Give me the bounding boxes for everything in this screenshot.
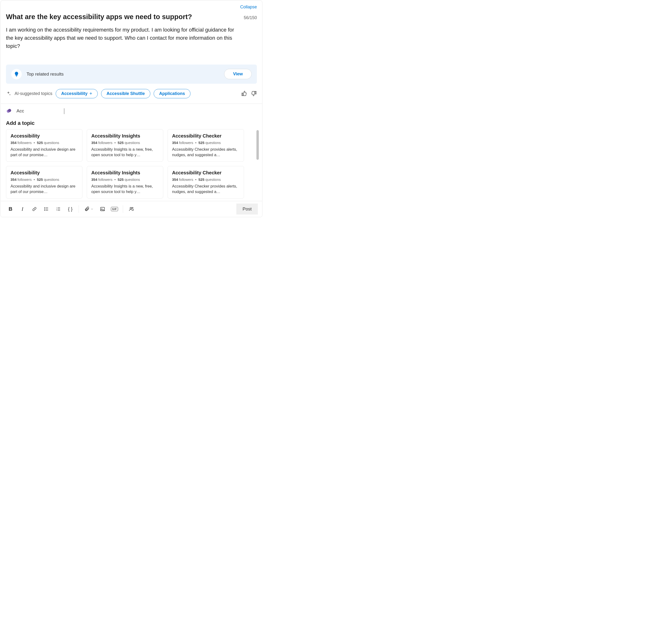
topic-card[interactable]: Accessibility Insights354 followers • 52…: [87, 129, 163, 162]
related-results-card: Top related results View: [6, 65, 257, 84]
topic-card-meta: 354 followers • 525 questions: [172, 177, 239, 181]
add-people-button[interactable]: [126, 204, 137, 214]
numbered-list-button[interactable]: 123: [53, 204, 64, 214]
topic-card-desc: Accessibility Checker provides alerts, n…: [172, 147, 239, 158]
ai-suggested-label: AI-suggested topics: [15, 91, 52, 96]
topic-card-meta: 354 followers • 525 questions: [11, 141, 78, 145]
svg-point-7: [44, 210, 45, 211]
add-topic-heading: Add a topic: [1, 114, 262, 129]
topic-card-title: Accessibility Insights: [91, 170, 159, 176]
topic-input-row: Acc: [1, 104, 262, 114]
svg-point-17: [132, 207, 133, 208]
ai-topic-chip[interactable]: Accessible Shuttle: [101, 89, 150, 98]
topic-card[interactable]: Accessibility Checker354 followers • 525…: [168, 129, 244, 162]
svg-point-1: [8, 109, 11, 112]
image-button[interactable]: [97, 204, 108, 214]
question-body[interactable]: I am working on the accessibility requir…: [1, 22, 244, 50]
topic-card-title: Accessibility: [11, 133, 78, 139]
thumbs-down-icon[interactable]: [251, 91, 257, 96]
topic-card[interactable]: Accessibility354 followers • 525 questio…: [6, 129, 82, 162]
plus-icon: +: [89, 91, 92, 96]
gif-button[interactable]: GIF: [109, 204, 120, 214]
topic-card[interactable]: Accessibility354 followers • 525 questio…: [6, 166, 82, 199]
svg-point-6: [44, 209, 45, 209]
topic-card-desc: Accessibility and inclusive design are p…: [11, 147, 78, 158]
topic-card[interactable]: Accessibility Checker354 followers • 525…: [168, 166, 244, 199]
ai-feedback: [241, 91, 257, 96]
topic-card-desc: Accessibility and inclusive design are p…: [11, 183, 78, 194]
svg-text:3: 3: [56, 210, 57, 211]
svg-point-15: [101, 208, 102, 209]
topic-card[interactable]: Accessibility Insights354 followers • 52…: [87, 166, 163, 199]
topic-card-desc: Accessibility Insights is a new, free, o…: [91, 183, 159, 194]
topic-tags-icon: [6, 108, 12, 114]
topic-card-title: Accessibility Insights: [91, 133, 159, 139]
topic-cards-scroll[interactable]: Accessibility354 followers • 525 questio…: [1, 129, 262, 201]
top-row: Collapse: [1, 1, 262, 10]
topic-search-input[interactable]: Acc: [16, 108, 64, 114]
ai-suggested-row: AI-suggested topics Accessibility + Acce…: [1, 84, 262, 104]
lightbulb-icon: [11, 69, 22, 79]
view-related-button[interactable]: View: [224, 69, 252, 79]
thumbs-up-icon[interactable]: [241, 91, 247, 96]
char-counter: 56/150: [244, 15, 257, 20]
header-row: What are the key accessibility apps we n…: [1, 10, 262, 22]
scrollbar-thumb[interactable]: [256, 130, 259, 160]
code-block-button[interactable]: { }: [65, 204, 76, 214]
topic-card-desc: Accessibility Checker provides alerts, n…: [172, 183, 239, 194]
compose-window: Collapse What are the key accessibility …: [0, 0, 262, 217]
question-title[interactable]: What are the key accessibility apps we n…: [6, 12, 238, 22]
topic-card-title: Accessibility Checker: [172, 133, 239, 139]
editor-toolbar: B I 123 { } GIF Post: [1, 201, 262, 217]
attachment-button[interactable]: [82, 204, 96, 214]
ai-topic-chip[interactable]: Applications: [154, 89, 191, 98]
sparkle-icon: [6, 91, 11, 96]
topic-card-title: Accessibility Checker: [172, 170, 239, 176]
topic-card-meta: 354 followers • 525 questions: [91, 177, 159, 181]
bold-button[interactable]: B: [5, 204, 16, 214]
topic-card-title: Accessibility: [11, 170, 78, 176]
svg-point-5: [44, 208, 45, 208]
link-button[interactable]: [29, 204, 40, 214]
svg-point-16: [130, 207, 131, 209]
post-button[interactable]: Post: [236, 204, 258, 215]
italic-button[interactable]: I: [17, 204, 28, 214]
collapse-link[interactable]: Collapse: [240, 4, 257, 10]
topic-card-desc: Accessibility Insights is a new, free, o…: [91, 147, 159, 158]
ai-topic-chip[interactable]: Accessibility +: [56, 89, 98, 98]
bullet-list-button[interactable]: [41, 204, 52, 214]
topic-card-meta: 354 followers • 525 questions: [91, 141, 159, 145]
toolbar-separator: [79, 205, 79, 213]
related-results-label: Top related results: [27, 71, 219, 77]
topic-card-meta: 354 followers • 525 questions: [11, 177, 78, 181]
topic-card-meta: 354 followers • 525 questions: [172, 141, 239, 145]
